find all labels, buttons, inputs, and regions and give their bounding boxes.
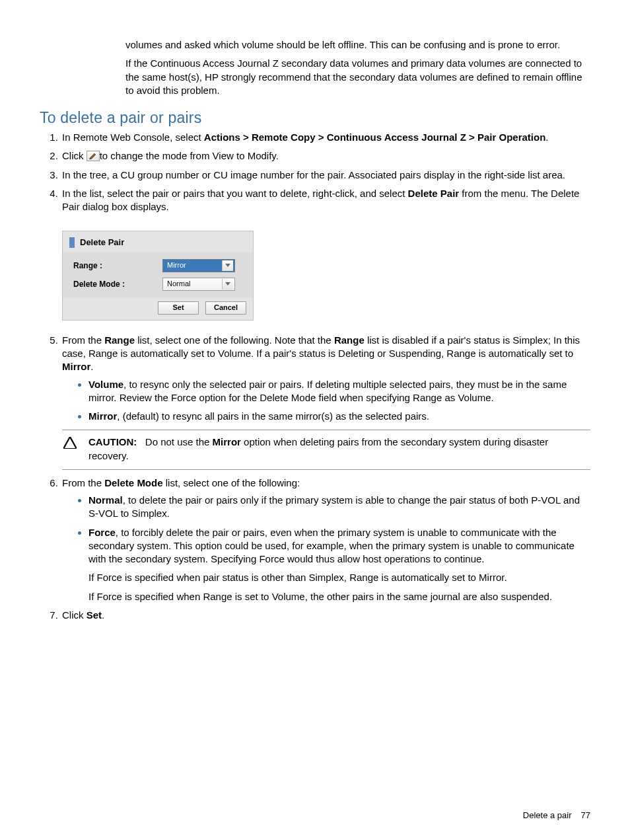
step-6: From the Delete Mode list, select one of… — [61, 477, 590, 603]
delete-mode-select[interactable]: Normal — [162, 278, 235, 291]
step-2: Click to change the mode from View to Mo… — [61, 149, 590, 163]
dialog-footer: Set Cancel — [63, 297, 253, 320]
dialog-screenshot: Delete Pair Range : Mirror Delete Mode : — [62, 231, 590, 321]
step-6-text-post: list, select one of the following: — [163, 477, 300, 488]
bullet-volume-text: , to resync only the selected pair or pa… — [88, 379, 567, 403]
caution-box: CAUTION: Do not use the Mirror option wh… — [62, 430, 590, 470]
intro-paragraph-1: volumes and asked which volume should be… — [125, 38, 590, 52]
step-6-text-pre: From the — [62, 477, 104, 488]
step-5-text-mid1: list, select one of the following. Note … — [135, 334, 334, 346]
step-5-text-pre: From the — [62, 334, 104, 346]
intro-paragraph-2: If the Continuous Access Journal Z secon… — [125, 57, 590, 97]
dialog-row-mode: Delete Mode : Normal — [73, 275, 246, 293]
delete-mode-label: Delete Mode : — [73, 279, 162, 289]
bullet-force-para-2: If Force is specified when pair status i… — [88, 571, 590, 584]
step-1-path: Actions > Remote Copy > Continuous Acces… — [204, 132, 545, 143]
bullet-mirror: Mirror, (default) to resync all pairs in… — [88, 410, 590, 423]
bullet-normal: Normal, to delete the pair or pairs only… — [88, 494, 590, 521]
step-5-text-post: . — [90, 361, 93, 372]
steps-list: In Remote Web Console, select Actions > … — [40, 131, 590, 622]
caution-label: CAUTION: — [88, 436, 137, 447]
step-5: From the Range list, select one of the f… — [61, 334, 590, 470]
step-2-text-pre: Click — [62, 150, 87, 161]
caution-text: CAUTION: Do not use the Mirror option wh… — [88, 436, 590, 463]
step-5-bullets: Volume, to resync only the selected pair… — [62, 378, 590, 424]
step-7-text-post: . — [102, 609, 104, 621]
caution-text-pre: Do not use the — [145, 436, 213, 447]
bullet-normal-text: , to delete the pair or pairs only if th… — [88, 494, 580, 519]
bullet-force-label: Force — [88, 527, 116, 538]
dialog-body: Range : Mirror Delete Mode : Normal — [63, 252, 253, 297]
step-6-bullets: Normal, to delete the pair or pairs only… — [62, 494, 590, 603]
footer-section: Delete a pair — [523, 810, 572, 820]
dialog-row-range: Range : Mirror — [73, 256, 246, 275]
step-5-range-1: Range — [104, 334, 135, 346]
range-label: Range : — [73, 260, 162, 271]
step-4: In the list, select the pair or pairs th… — [61, 187, 590, 321]
intro-block: volumes and asked which volume should be… — [125, 38, 590, 97]
step-2-text-post: to change the mode from View to Modify. — [100, 150, 279, 161]
dialog-title-marker — [69, 237, 75, 248]
caution-mirror: Mirror — [213, 436, 241, 447]
step-5-range-2: Range — [334, 334, 365, 346]
chevron-down-icon — [222, 260, 233, 271]
bullet-volume-label: Volume — [88, 379, 123, 390]
modify-mode-icon — [87, 151, 100, 161]
step-1-text-post: . — [545, 132, 548, 143]
step-7-text-pre: Click — [62, 609, 87, 621]
step-1-text-pre: In Remote Web Console, select — [62, 132, 204, 143]
chevron-down-icon — [222, 279, 233, 289]
section-heading: To delete a pair or pairs — [40, 109, 590, 127]
dialog-title-row: Delete Pair — [63, 231, 253, 252]
range-select[interactable]: Mirror — [162, 259, 235, 272]
step-4-text-pre: In the list, select the pair or pairs th… — [62, 188, 408, 199]
step-5-mirror: Mirror — [62, 361, 90, 372]
delete-mode-select-value: Normal — [167, 279, 190, 289]
cancel-button[interactable]: Cancel — [205, 301, 246, 315]
step-7: Click Set. — [61, 609, 590, 622]
bullet-mirror-label: Mirror — [88, 410, 117, 422]
bullet-force: Force, to forcibly delete the pair or pa… — [88, 526, 590, 603]
step-1: In Remote Web Console, select Actions > … — [61, 131, 590, 144]
bullet-force-para-3: If Force is specified when Range is set … — [88, 590, 590, 603]
bullet-force-text: , to forcibly delete the pair or pairs, … — [88, 527, 575, 565]
step-4-menu-item: Delete Pair — [408, 188, 460, 199]
step-7-set: Set — [87, 609, 102, 621]
dialog-title: Delete Pair — [80, 237, 124, 248]
bullet-normal-label: Normal — [88, 494, 123, 506]
step-6-delete-mode: Delete Mode — [104, 477, 162, 488]
range-select-value: Mirror — [167, 260, 186, 270]
page: volumes and asked which volume should be… — [0, 0, 630, 840]
bullet-mirror-text: , (default) to resync all pairs in the s… — [117, 410, 429, 422]
caution-icon — [62, 436, 77, 463]
page-footer: Delete a pair77 — [523, 810, 590, 820]
step-3: In the tree, a CU group number or CU ima… — [61, 169, 590, 182]
footer-page-number: 77 — [581, 810, 590, 820]
set-button[interactable]: Set — [158, 301, 199, 315]
bullet-volume: Volume, to resync only the selected pair… — [88, 378, 590, 405]
delete-pair-dialog: Delete Pair Range : Mirror Delete Mode : — [62, 231, 254, 321]
